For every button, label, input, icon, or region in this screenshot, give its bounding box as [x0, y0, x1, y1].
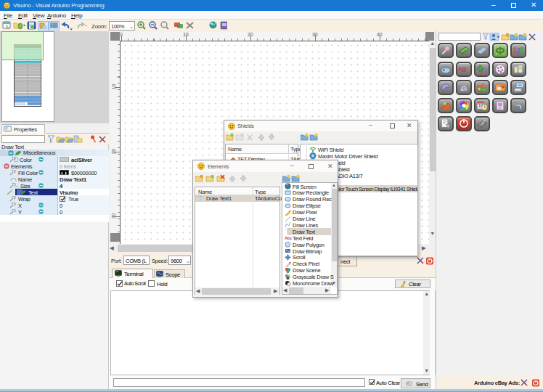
svg-text:2: 2 [483, 69, 486, 75]
svg-text:C: C [465, 65, 470, 73]
svg-text:3: 3 [520, 46, 524, 54]
svg-text:Abc: Abc [285, 236, 292, 240]
